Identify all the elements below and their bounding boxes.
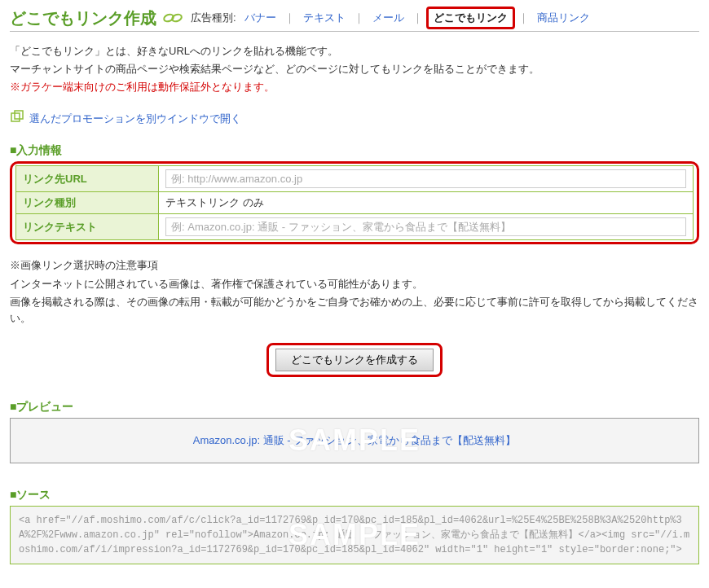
intro-warning: ※ガラケー端末向けのご利用は動作保証外となります。 xyxy=(10,79,699,95)
create-button-highlight: どこでもリンクを作成する xyxy=(266,343,443,377)
create-button-row: どこでもリンクを作成する xyxy=(10,343,699,377)
preview-box: Amazon.co.jp: 通販 - ファッション、家電から食品まで【配送無料】… xyxy=(10,418,699,463)
image-note-block: ※画像リンク選択時の注意事項 インターネットに公開されている画像は、著作権で保護… xyxy=(10,257,699,327)
image-note-line2: 画像を掲載される際は、その画像の転用・転載が可能かどうかをご自身でお確かめの上、… xyxy=(10,294,699,327)
input-table-highlight: リンク先URL リンク種別 テキストリンク のみ リンクテキスト xyxy=(10,161,699,244)
row-link-type: リンク種別 テキストリンク のみ xyxy=(16,192,694,214)
row-link-url: リンク先URL xyxy=(16,166,694,192)
label-link-url: リンク先URL xyxy=(16,166,159,192)
section-preview-head: ■プレビュー xyxy=(10,400,699,415)
preview-link[interactable]: Amazon.co.jp: 通販 - ファッション、家電から食品まで【配送無料】 xyxy=(193,434,517,446)
svg-rect-2 xyxy=(11,113,20,121)
new-window-icon xyxy=(10,110,24,127)
image-note-title: ※画像リンク選択時の注意事項 xyxy=(10,257,699,274)
source-box[interactable]: <a href="//af.moshimo.com/af/c/click?a_i… xyxy=(10,506,699,564)
section-source-head: ■ソース xyxy=(10,488,699,502)
source-code-text: <a href="//af.moshimo.com/af/c/click?a_i… xyxy=(19,515,689,555)
label-link-text: リンクテキスト xyxy=(16,214,159,240)
input-link-text[interactable] xyxy=(165,217,686,236)
create-link-button[interactable]: どこでもリンクを作成する xyxy=(275,349,434,371)
adtype-nav: バナー ｜ テキスト ｜ メール ｜ どこでもリンク ｜ 商品リンク xyxy=(240,7,595,29)
input-link-url[interactable] xyxy=(165,169,686,188)
nav-separator: ｜ xyxy=(354,11,364,25)
open-window-link[interactable]: 選んだプロモーションを別ウインドウで開く xyxy=(29,112,241,126)
nav-mail[interactable]: メール xyxy=(368,9,409,27)
label-link-type: リンク種別 xyxy=(16,192,159,214)
image-note-line1: インターネットに公開されている画像は、著作権で保護されている可能性があります。 xyxy=(10,276,699,292)
intro-line1: 「どこでもリンク」とは、好きなURLへのリンクを貼れる機能です。 xyxy=(10,43,699,59)
nav-product[interactable]: 商品リンク xyxy=(532,9,595,27)
adtype-label: 広告種別: xyxy=(191,11,236,25)
nav-separator: ｜ xyxy=(284,11,295,25)
nav-anywhere-current[interactable]: どこでもリンク xyxy=(426,7,515,29)
section-input-head: ■入力情報 xyxy=(10,143,699,158)
nav-separator: ｜ xyxy=(412,11,423,25)
page-title: どこでもリンク作成 xyxy=(10,7,156,29)
header-row: どこでもリンク作成 広告種別: バナー ｜ テキスト ｜ メール ｜ どこでもリ… xyxy=(10,7,699,32)
open-window-row: 選んだプロモーションを別ウインドウで開く xyxy=(10,110,699,127)
intro-line2: マーチャントサイトの商品ページや検索結果ページなど、どのページに対してもリンクを… xyxy=(10,61,699,77)
link-chain-icon xyxy=(161,10,184,26)
nav-text[interactable]: テキスト xyxy=(298,9,350,27)
row-link-text: リンクテキスト xyxy=(16,214,694,240)
nav-separator: ｜ xyxy=(518,11,529,25)
nav-banner[interactable]: バナー xyxy=(240,9,281,27)
input-table: リンク先URL リンク種別 テキストリンク のみ リンクテキスト xyxy=(15,165,694,240)
svg-rect-3 xyxy=(15,111,23,119)
intro-block: 「どこでもリンク」とは、好きなURLへのリンクを貼れる機能です。 マーチャントサ… xyxy=(10,43,699,95)
value-link-type: テキストリンク のみ xyxy=(159,192,694,214)
